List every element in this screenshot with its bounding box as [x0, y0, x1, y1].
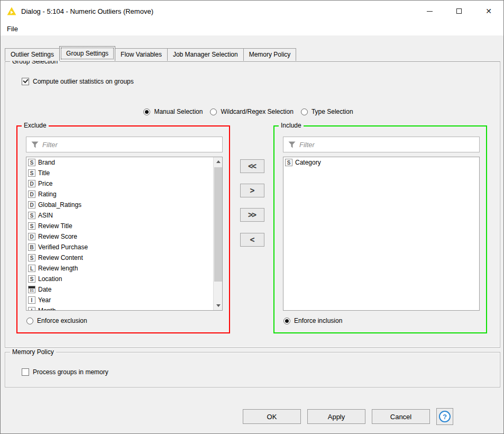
exclude-filter-box	[26, 137, 223, 152]
exclude-scrollbar[interactable]	[213, 157, 222, 310]
compute-groups-checkbox[interactable]	[22, 78, 29, 85]
tab[interactable]: Outlier Settings	[5, 48, 60, 61]
column-name: Global_Ratings	[38, 201, 81, 209]
column-type-icon: D	[28, 233, 35, 240]
transfer-button[interactable]: <<	[240, 159, 264, 173]
selection-mode-label: Type Selection	[311, 108, 353, 115]
transfer-button[interactable]: >>	[240, 208, 264, 222]
column-type-icon: S	[28, 275, 35, 283]
menu-bar: File	[1, 22, 503, 35]
process-memory-label: Process groups in memory	[33, 368, 108, 376]
tab-label: Flow Variables	[121, 51, 162, 58]
scrollbar-thumb[interactable]	[214, 167, 222, 282]
menu-item-file[interactable]: File	[3, 25, 22, 33]
column-list-item[interactable]: D Global_Ratings	[26, 200, 213, 210]
transfer-button-glyph: >>	[248, 210, 255, 220]
selection-mode-label: Manual Selection	[154, 108, 203, 115]
column-list-item[interactable]: I Year	[26, 295, 213, 305]
column-type-icon: I	[28, 296, 35, 304]
column-type-icon: D	[28, 180, 35, 187]
transfer-button[interactable]: >	[240, 184, 264, 197]
column-name: Date	[38, 286, 51, 293]
column-type-icon: S	[28, 222, 35, 230]
include-filter-input[interactable]	[299, 141, 479, 149]
selection-mode-option[interactable]: Wildcard/Regex Selection	[210, 108, 293, 115]
column-list-item[interactable]: S Category	[283, 157, 479, 168]
exclude-filter-input[interactable]	[42, 141, 222, 149]
radio-icon[interactable]	[210, 108, 217, 115]
column-list-item[interactable]: L Review length	[26, 263, 213, 274]
column-name: Title	[38, 169, 50, 177]
include-column-list[interactable]: S Category	[283, 157, 480, 311]
column-type-icon: S	[28, 212, 35, 219]
compute-groups-checkbox-row[interactable]: Compute outlier statistics on groups	[22, 78, 134, 85]
column-list-item[interactable]: D Review Score	[26, 231, 213, 242]
column-name: Category	[295, 159, 321, 166]
exclude-title: Exclude	[22, 122, 49, 129]
apply-button[interactable]: Apply	[307, 409, 365, 424]
column-list-item[interactable]: S Review Title	[26, 221, 213, 231]
memory-policy-title: Memory Policy	[10, 348, 56, 356]
column-type-icon: 31	[28, 286, 35, 293]
column-list-item[interactable]: S ASIN	[26, 210, 213, 221]
column-name: Review Title	[38, 222, 72, 230]
column-list-item[interactable]: S Title	[26, 168, 213, 178]
radio-icon[interactable]	[301, 108, 308, 115]
column-list-item[interactable]: 31 Date	[26, 284, 213, 295]
scroll-up-button[interactable]	[214, 157, 223, 166]
enforce-exclusion-row[interactable]: Enforce exclusion	[26, 317, 87, 324]
column-type-icon: S	[28, 254, 35, 261]
scroll-down-button[interactable]	[214, 301, 223, 310]
column-type-icon: L	[28, 265, 35, 272]
column-type-icon: D	[28, 191, 35, 198]
enforce-inclusion-row[interactable]: Enforce inclusion	[283, 317, 342, 324]
column-name: Location	[38, 275, 62, 283]
enforce-exclusion-radio[interactable]	[26, 318, 33, 324]
column-name: ASIN	[38, 212, 53, 219]
tab-label: Memory Policy	[249, 51, 291, 58]
column-list-item[interactable]: D Rating	[26, 189, 213, 200]
radio-icon[interactable]	[143, 108, 150, 115]
selection-mode-option[interactable]: Type Selection	[301, 108, 353, 115]
tab-strip: Outlier Settings Group Settings Flow Var…	[5, 46, 296, 61]
cancel-button[interactable]: Cancel	[372, 409, 430, 424]
tab[interactable]: Job Manager Selection	[167, 48, 244, 61]
help-button[interactable]: ?	[436, 408, 453, 425]
arrow-up-icon	[216, 160, 221, 163]
column-name: Verified Purchase	[38, 243, 88, 251]
selection-mode-option[interactable]: Manual Selection	[143, 108, 203, 115]
process-memory-checkbox-row[interactable]: Process groups in memory	[22, 368, 108, 376]
column-list-item[interactable]: S Brand	[26, 157, 213, 168]
ok-button[interactable]: OK	[243, 409, 301, 424]
column-list-item[interactable]: S Review Content	[26, 252, 213, 263]
knime-app-icon	[7, 7, 16, 15]
column-name: Price	[38, 180, 52, 187]
column-list-item[interactable]: D Price	[26, 178, 213, 189]
column-name: Review Content	[38, 254, 83, 261]
column-list-item[interactable]: S Location	[26, 274, 213, 284]
minimize-icon	[427, 11, 433, 12]
tab[interactable]: Group Settings	[59, 46, 115, 61]
transfer-button[interactable]: <	[240, 233, 264, 247]
close-button[interactable]: ✕	[474, 1, 503, 22]
tab[interactable]: Flow Variables	[115, 48, 168, 61]
exclude-column-list[interactable]: S Brand S Title D Price D	[26, 157, 223, 311]
selection-mode-label: Wildcard/Regex Selection	[221, 108, 293, 115]
tab[interactable]: Memory Policy	[243, 48, 297, 61]
column-type-icon: I	[28, 307, 35, 311]
column-list-item[interactable]: I Month	[26, 305, 213, 311]
column-name: Rating	[38, 191, 57, 198]
process-memory-checkbox[interactable]	[22, 368, 29, 376]
maximize-button[interactable]	[444, 1, 474, 22]
column-list-item[interactable]: B Verified Purchase	[26, 242, 213, 252]
minimize-button[interactable]	[415, 1, 444, 22]
transfer-button-glyph: >	[250, 186, 253, 195]
enforce-inclusion-radio[interactable]	[283, 318, 290, 324]
tab-label: Outlier Settings	[11, 51, 54, 58]
selection-mode-radios: Manual Selection Wildcard/Regex Selectio…	[1, 108, 496, 115]
column-name: Review Score	[38, 233, 77, 240]
transfer-button-glyph: <<	[248, 161, 255, 171]
column-type-icon: B	[28, 243, 35, 251]
enforce-inclusion-label: Enforce inclusion	[294, 317, 342, 324]
column-type-icon: S	[28, 159, 35, 166]
